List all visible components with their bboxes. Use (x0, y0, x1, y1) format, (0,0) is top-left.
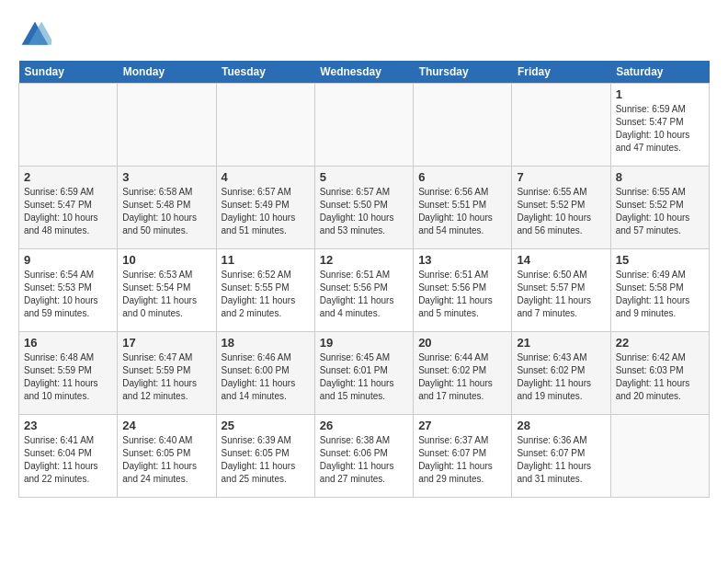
column-header-thursday: Thursday (414, 61, 512, 84)
logo (18, 18, 55, 52)
day-info: Sunrise: 6:46 AM Sunset: 6:00 PM Dayligh… (222, 351, 310, 403)
day-info: Sunrise: 6:57 AM Sunset: 5:50 PM Dayligh… (320, 186, 408, 237)
calendar-week-1: 1Sunrise: 6:59 AM Sunset: 5:47 PM Daylig… (19, 84, 710, 167)
calendar-cell: 14Sunrise: 6:50 AM Sunset: 5:57 PM Dayli… (512, 249, 610, 332)
day-number: 18 (222, 336, 310, 350)
calendar-cell (414, 84, 512, 167)
day-number: 11 (222, 253, 310, 267)
calendar-cell (216, 84, 314, 167)
day-number: 3 (122, 170, 210, 184)
day-info: Sunrise: 6:36 AM Sunset: 6:07 PM Dayligh… (517, 434, 605, 486)
day-info: Sunrise: 6:39 AM Sunset: 6:05 PM Dayligh… (222, 434, 310, 486)
calendar-cell: 12Sunrise: 6:51 AM Sunset: 5:56 PM Dayli… (314, 249, 413, 332)
calendar-cell (19, 84, 118, 167)
day-info: Sunrise: 6:57 AM Sunset: 5:49 PM Dayligh… (222, 186, 310, 237)
day-info: Sunrise: 6:53 AM Sunset: 5:54 PM Dayligh… (122, 269, 210, 320)
day-number: 21 (517, 336, 605, 350)
calendar-cell: 27Sunrise: 6:37 AM Sunset: 6:07 PM Dayli… (414, 415, 512, 498)
page-header (18, 18, 710, 52)
calendar-cell: 28Sunrise: 6:36 AM Sunset: 6:07 PM Dayli… (512, 415, 610, 498)
calendar-cell: 23Sunrise: 6:41 AM Sunset: 6:04 PM Dayli… (19, 415, 118, 498)
day-info: Sunrise: 6:48 AM Sunset: 5:59 PM Dayligh… (24, 351, 112, 403)
calendar-cell: 7Sunrise: 6:55 AM Sunset: 5:52 PM Daylig… (512, 167, 610, 249)
calendar-cell: 1Sunrise: 6:59 AM Sunset: 5:47 PM Daylig… (610, 84, 709, 167)
calendar-cell (118, 84, 216, 167)
day-number: 6 (418, 170, 506, 184)
column-header-monday: Monday (118, 61, 216, 84)
calendar-cell: 17Sunrise: 6:47 AM Sunset: 5:59 PM Dayli… (118, 332, 216, 415)
day-number: 24 (122, 419, 210, 432)
day-info: Sunrise: 6:47 AM Sunset: 5:59 PM Dayligh… (122, 351, 210, 403)
day-number: 12 (320, 253, 408, 267)
calendar-cell: 20Sunrise: 6:44 AM Sunset: 6:02 PM Dayli… (414, 332, 512, 415)
day-info: Sunrise: 6:51 AM Sunset: 5:56 PM Dayligh… (418, 269, 506, 320)
calendar-week-5: 23Sunrise: 6:41 AM Sunset: 6:04 PM Dayli… (19, 415, 710, 498)
calendar-cell: 26Sunrise: 6:38 AM Sunset: 6:06 PM Dayli… (314, 415, 413, 498)
day-number: 22 (616, 336, 704, 350)
day-info: Sunrise: 6:40 AM Sunset: 6:05 PM Dayligh… (122, 434, 210, 486)
day-info: Sunrise: 6:59 AM Sunset: 5:47 PM Dayligh… (616, 103, 704, 155)
logo-icon (18, 18, 51, 52)
day-number: 25 (222, 419, 310, 432)
calendar-cell: 4Sunrise: 6:57 AM Sunset: 5:49 PM Daylig… (216, 167, 314, 249)
calendar-cell: 16Sunrise: 6:48 AM Sunset: 5:59 PM Dayli… (19, 332, 118, 415)
calendar-cell: 6Sunrise: 6:56 AM Sunset: 5:51 PM Daylig… (414, 167, 512, 249)
day-number: 26 (320, 419, 408, 432)
calendar-cell: 5Sunrise: 6:57 AM Sunset: 5:50 PM Daylig… (314, 167, 413, 249)
calendar-cell: 8Sunrise: 6:55 AM Sunset: 5:52 PM Daylig… (610, 167, 709, 249)
day-info: Sunrise: 6:58 AM Sunset: 5:48 PM Dayligh… (122, 186, 210, 237)
day-info: Sunrise: 6:55 AM Sunset: 5:52 PM Dayligh… (517, 186, 605, 237)
day-info: Sunrise: 6:37 AM Sunset: 6:07 PM Dayligh… (418, 434, 506, 486)
column-header-saturday: Saturday (610, 61, 709, 84)
day-number: 28 (517, 419, 605, 432)
calendar-cell: 10Sunrise: 6:53 AM Sunset: 5:54 PM Dayli… (118, 249, 216, 332)
day-info: Sunrise: 6:45 AM Sunset: 6:01 PM Dayligh… (320, 351, 408, 403)
day-info: Sunrise: 6:38 AM Sunset: 6:06 PM Dayligh… (320, 434, 408, 486)
day-info: Sunrise: 6:41 AM Sunset: 6:04 PM Dayligh… (24, 434, 112, 486)
day-info: Sunrise: 6:50 AM Sunset: 5:57 PM Dayligh… (517, 269, 605, 320)
calendar-cell: 11Sunrise: 6:52 AM Sunset: 5:55 PM Dayli… (216, 249, 314, 332)
day-number: 10 (122, 253, 210, 267)
day-number: 14 (517, 253, 605, 267)
day-number: 1 (616, 87, 704, 101)
day-number: 27 (418, 419, 506, 432)
calendar-cell: 15Sunrise: 6:49 AM Sunset: 5:58 PM Dayli… (610, 249, 709, 332)
day-number: 16 (24, 336, 112, 350)
day-info: Sunrise: 6:59 AM Sunset: 5:47 PM Dayligh… (24, 186, 112, 237)
calendar-header-row: SundayMondayTuesdayWednesdayThursdayFrid… (19, 61, 710, 84)
day-info: Sunrise: 6:52 AM Sunset: 5:55 PM Dayligh… (222, 269, 310, 320)
day-info: Sunrise: 6:44 AM Sunset: 6:02 PM Dayligh… (418, 351, 506, 403)
calendar-cell: 2Sunrise: 6:59 AM Sunset: 5:47 PM Daylig… (19, 167, 118, 249)
column-header-sunday: Sunday (19, 61, 118, 84)
calendar-week-2: 2Sunrise: 6:59 AM Sunset: 5:47 PM Daylig… (19, 167, 710, 249)
day-number: 7 (517, 170, 605, 184)
calendar-week-4: 16Sunrise: 6:48 AM Sunset: 5:59 PM Dayli… (19, 332, 710, 415)
day-info: Sunrise: 6:55 AM Sunset: 5:52 PM Dayligh… (616, 186, 704, 237)
calendar-cell: 9Sunrise: 6:54 AM Sunset: 5:53 PM Daylig… (19, 249, 118, 332)
column-header-friday: Friday (512, 61, 610, 84)
calendar-cell (512, 84, 610, 167)
calendar-week-3: 9Sunrise: 6:54 AM Sunset: 5:53 PM Daylig… (19, 249, 710, 332)
day-info: Sunrise: 6:54 AM Sunset: 5:53 PM Dayligh… (24, 269, 112, 320)
day-info: Sunrise: 6:51 AM Sunset: 5:56 PM Dayligh… (320, 269, 408, 320)
calendar-cell: 18Sunrise: 6:46 AM Sunset: 6:00 PM Dayli… (216, 332, 314, 415)
calendar-cell (610, 415, 709, 498)
calendar-cell (314, 84, 413, 167)
calendar-cell: 21Sunrise: 6:43 AM Sunset: 6:02 PM Dayli… (512, 332, 610, 415)
day-number: 5 (320, 170, 408, 184)
calendar-cell: 3Sunrise: 6:58 AM Sunset: 5:48 PM Daylig… (118, 167, 216, 249)
column-header-wednesday: Wednesday (314, 61, 413, 84)
day-number: 4 (222, 170, 310, 184)
day-info: Sunrise: 6:49 AM Sunset: 5:58 PM Dayligh… (616, 269, 704, 320)
day-number: 17 (122, 336, 210, 350)
day-number: 8 (616, 170, 704, 184)
calendar-cell: 13Sunrise: 6:51 AM Sunset: 5:56 PM Dayli… (414, 249, 512, 332)
day-number: 20 (418, 336, 506, 350)
day-number: 13 (418, 253, 506, 267)
calendar-cell: 19Sunrise: 6:45 AM Sunset: 6:01 PM Dayli… (314, 332, 413, 415)
day-info: Sunrise: 6:43 AM Sunset: 6:02 PM Dayligh… (517, 351, 605, 403)
day-number: 2 (24, 170, 112, 184)
day-number: 23 (24, 419, 112, 432)
day-number: 19 (320, 336, 408, 350)
calendar-cell: 25Sunrise: 6:39 AM Sunset: 6:05 PM Dayli… (216, 415, 314, 498)
